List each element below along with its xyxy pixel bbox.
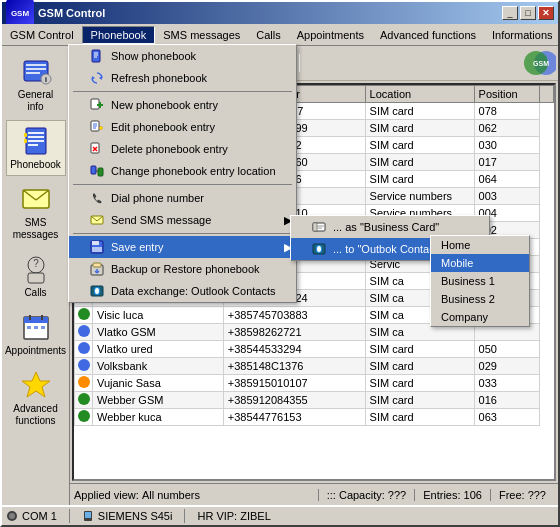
col-name[interactable]: Name [93,86,224,103]
row-name [93,222,224,239]
phonebook-table: Name Phone number Location Position +385… [74,85,554,426]
tb-open[interactable] [95,52,117,74]
row-icon-cell [75,171,93,188]
row-name [93,171,224,188]
table-row[interactable]: Webber kuca +38544776153 SIM card 063 [75,409,554,426]
tb-undo[interactable]: ↩ [222,52,244,74]
row-name: ViPme saldo [93,273,224,290]
table-row[interactable]: Visic GSM +385915083324 SIM ca [75,290,554,307]
tb-copy[interactable]: ⎘ [170,52,192,74]
row-icon-cell [75,324,93,341]
row-icon-cell [75,409,93,426]
row-icon-cell [75,222,93,239]
menu-informations[interactable]: Informations [484,27,560,43]
content-toolbar: ✂ ⎘ 📋 ↩ ↪ ⟳ GSM [70,46,558,81]
menu-appointments[interactable]: Appointments [289,27,372,43]
row-icon-cell [75,358,93,375]
table-row[interactable]: Vlatko GSM +38598262721 SIM ca [75,324,554,341]
menu-calls[interactable]: Calls [248,27,288,43]
row-status-icon [78,274,90,286]
port-label: COM 1 [22,510,57,522]
row-position: 6 [474,239,539,256]
row-position [474,307,539,324]
applied-view-value: All numbers [142,489,200,501]
row-position [474,290,539,307]
row-position: 033 [474,375,539,392]
row-location: SIM ca [365,273,474,290]
table-row[interactable]: numbers 002 [75,222,554,239]
row-position: 078 [474,103,539,120]
port-item: COM 1 [6,510,57,522]
row-status-icon [78,410,90,422]
maximize-button[interactable]: □ [520,6,536,20]
menu-advanced[interactable]: Advanced functions [372,27,484,43]
sidebar-item-advanced[interactable]: Advanced functions [6,364,66,432]
table-row[interactable]: Webber GSM +385912084355 SIM card 016 [75,392,554,409]
row-status-icon [78,240,90,252]
row-status-icon [78,104,90,116]
sidebar-label-sms: SMS messages [9,217,63,241]
entries-label: Entries: 106 [414,489,490,501]
row-status-icon [78,172,90,184]
table-row[interactable]: +38544741426 SIM card 064 [75,171,554,188]
tb-save[interactable] [118,52,140,74]
table-row[interactable]: +385917788 Servic 6 [75,239,554,256]
table-row[interactable]: Volksbank +385148C1376 SIM card 029 [75,358,554,375]
table-row[interactable]: +385116379999 SIM card 062 [75,120,554,137]
table-row[interactable]: +385917785 Service numbers 003 [75,188,554,205]
phone-label: SIEMENS S45i [98,510,173,522]
title-bar: GSM GSM Control _ □ ✕ [2,2,558,24]
row-status-icon [78,376,90,388]
svg-rect-1 [26,64,46,66]
tb-redo[interactable]: ↪ [245,52,267,74]
menu-sms[interactable]: SMS messages [155,27,248,43]
col-phone[interactable]: Phone number [223,86,365,103]
separator-3 [270,54,271,72]
svg-rect-2 [26,68,46,70]
sidebar-label-calls: Calls [24,287,46,299]
minimize-button[interactable]: _ [502,6,518,20]
main-window: GSM GSM Control _ □ ✕ GSM Control Phoneb… [0,0,560,527]
close-button[interactable]: ✕ [538,6,554,20]
row-status-icon [78,393,90,405]
table-row[interactable]: +385917710710 Service numbers 004 [75,205,554,222]
col-position[interactable]: Position [474,86,539,103]
table-row[interactable]: Vlatko ured +38544533294 SIM card 050 [75,341,554,358]
table-row[interactable]: Vujanic Sasa +385915010107 SIM card 033 [75,375,554,392]
sidebar-item-appointments[interactable]: Appointments [6,306,66,362]
status-bar: Applied view: All numbers ::: Capacity: … [70,483,558,505]
col-location[interactable]: Location [365,86,474,103]
row-location: SIM card [365,392,474,409]
row-position: 004 [474,205,539,222]
phonebook-icon [20,125,52,157]
row-status-icon [78,291,90,303]
sidebar-item-general-info[interactable]: i General info [6,50,66,118]
tb-new[interactable] [72,52,94,74]
tb-paste[interactable]: 📋 [193,52,215,74]
table-row[interactable]: +385915336460 SIM card 017 [75,154,554,171]
row-phone: +38544533294 [223,341,365,358]
row-position [474,324,539,341]
separator-2 [218,54,219,72]
row-location: SIM ca [365,307,474,324]
phone-icon [82,510,94,522]
menu-phonebook[interactable]: Phonebook [82,26,156,44]
tb-refresh[interactable]: ⟳ [274,52,296,74]
applied-view-label: Applied view: [74,489,139,501]
sidebar-item-sms[interactable]: SMS messages [6,178,66,246]
table-row[interactable]: *101# Servic [75,256,554,273]
row-name [93,205,224,222]
table-row[interactable]: Visic luca +385745703883 SIM ca [75,307,554,324]
table-row[interactable]: +385133715C7 SIM card 078 [75,103,554,120]
sidebar-item-calls[interactable]: ? Calls [6,248,66,304]
table-row[interactable]: ViPme saldo SIM ca [75,273,554,290]
row-location: SIM card [365,409,474,426]
row-icon-cell [75,256,93,273]
svg-rect-25 [41,326,45,329]
row-status-icon [78,189,90,201]
sidebar-item-phonebook[interactable]: Phonebook [6,120,66,176]
menu-gsm-control[interactable]: GSM Control [2,27,82,43]
table-row[interactable]: +38544549722 SIM card 030 [75,137,554,154]
row-status-icon [78,342,90,354]
tb-cut[interactable]: ✂ [147,52,169,74]
